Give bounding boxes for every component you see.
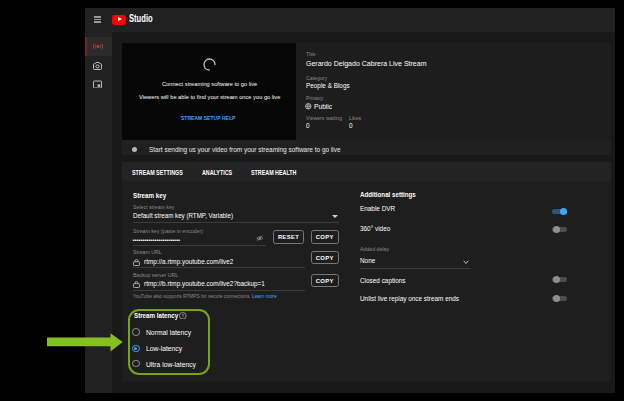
svg-text:?: ? bbox=[182, 313, 185, 318]
